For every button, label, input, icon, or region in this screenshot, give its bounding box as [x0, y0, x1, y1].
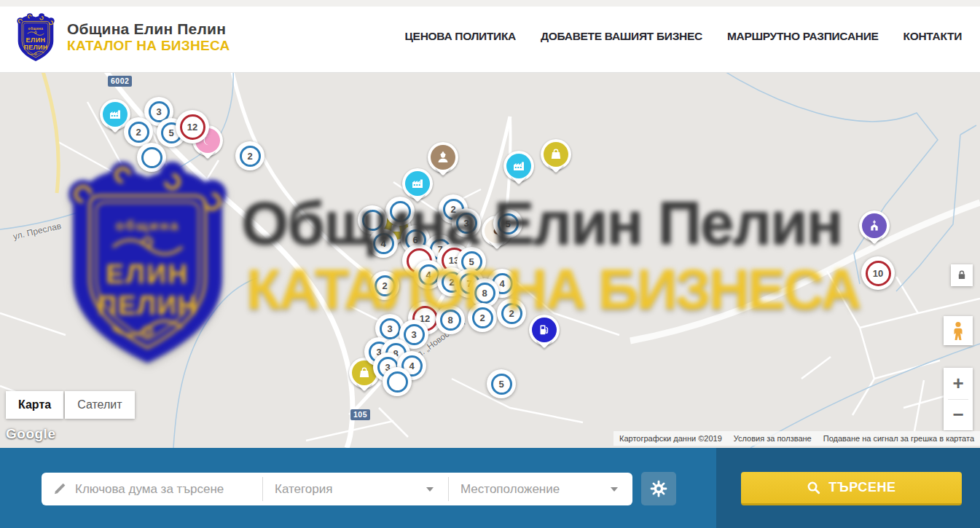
pegman-icon — [949, 320, 967, 341]
chevron-down-icon — [426, 487, 434, 492]
zoom-out-button[interactable]: − — [944, 400, 973, 431]
map-attribution: Картографски данни ©2019 Условия за полз… — [614, 431, 980, 446]
nav-item-pricing[interactable]: ЦЕНОВА ПОЛИТИКА — [405, 30, 516, 43]
brand[interactable]: Община Елин Пелин КАТАЛОГ НА БИЗНЕСА — [16, 9, 230, 65]
nav-item-add-business[interactable]: ДОБАВЕТЕ ВАШИЯТ БИЗНЕС — [541, 30, 702, 43]
site-header: Община Елин Пелин КАТАЛОГ НА БИЗНЕСА ЦЕН… — [0, 0, 980, 73]
nav-item-route-schedule[interactable]: МАРШРУТНО РАЗПИСАНИЕ — [727, 30, 879, 43]
map-type-satellite-button[interactable]: Сателит — [65, 391, 134, 419]
map-region[interactable]: 32512223564713542274812822333834510 6002… — [0, 73, 980, 448]
search-icon — [807, 481, 820, 494]
search-submit-label: ТЪРСЕНЕ — [828, 480, 895, 495]
keyword-search-input[interactable] — [74, 473, 256, 505]
map-type-map-button[interactable]: Карта — [6, 391, 63, 419]
terms-link[interactable]: Условия за ползване — [734, 434, 812, 443]
search-bar: Категория Местоположение — [0, 448, 980, 528]
map-controls: + − Карта Сателит Google Картографски да… — [0, 73, 980, 448]
location-select-label: Местоположение — [460, 482, 560, 497]
municipality-logo — [16, 9, 55, 65]
report-error-link[interactable]: Подаване на сигнал за грешка в картата — [823, 434, 974, 443]
main-nav: ЦЕНОВА ПОЛИТИКА ДОБАВЕТЕ ВАШИЯТ БИЗНЕС М… — [405, 0, 962, 73]
zoom-control: + − — [944, 368, 973, 430]
nav-item-contacts[interactable]: КОНТАКТИ — [903, 30, 962, 43]
search-submit-button[interactable]: ТЪРСЕНЕ — [741, 472, 962, 505]
field-divider — [262, 477, 263, 501]
gear-icon — [649, 479, 668, 498]
field-divider — [448, 477, 449, 501]
zoom-in-button[interactable]: + — [944, 368, 973, 399]
site-subtitle: КАТАЛОГ НА БИЗНЕСА — [67, 38, 230, 54]
location-select[interactable]: Местоположение — [460, 473, 599, 505]
advanced-search-button[interactable] — [641, 472, 676, 505]
category-select[interactable]: Категория — [275, 473, 436, 505]
search-fields: Категория Местоположение — [42, 473, 632, 505]
site-title: Община Елин Пелин — [67, 20, 230, 38]
lock-button[interactable] — [951, 264, 973, 286]
lock-icon — [954, 268, 969, 283]
google-logo[interactable]: Google — [6, 426, 55, 442]
pencil-icon — [52, 481, 67, 496]
map-type-control: Карта Сателит — [6, 391, 135, 419]
pegman-button[interactable] — [944, 316, 973, 345]
attribution-copyright: Картографски данни ©2019 — [619, 434, 722, 443]
category-select-label: Категория — [275, 482, 332, 497]
chevron-down-icon — [611, 487, 618, 492]
